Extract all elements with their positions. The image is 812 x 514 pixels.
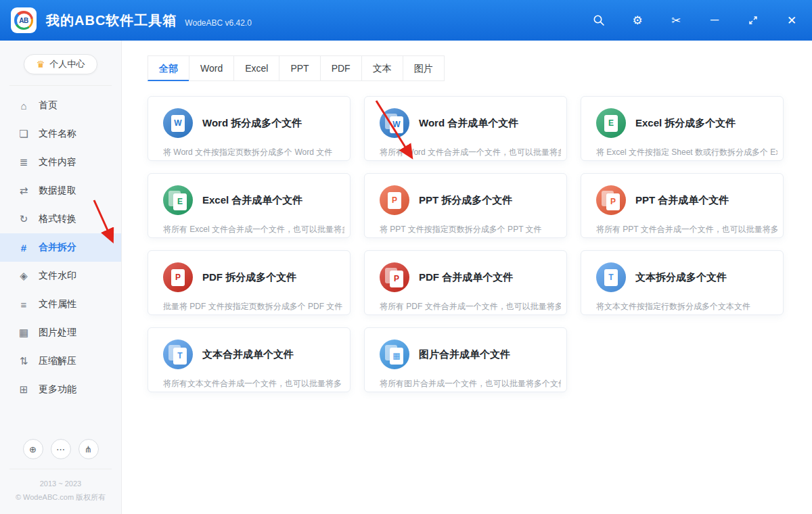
feedback-chat-icon[interactable]: ⋯	[51, 439, 71, 459]
tab-ppt[interactable]: PPT	[279, 55, 320, 81]
browser-icon[interactable]: ⊕	[23, 439, 43, 459]
card-pdf-merge[interactable]: P PDF 合并成单个文件 将所有 PDF 文件合并成一个文件，也可以批量将多	[364, 250, 567, 315]
card-title: PPT 拆分成多个文件	[419, 194, 512, 207]
card-title: 文本拆分成多个文件	[635, 271, 727, 284]
more-features-icon: ⊞	[18, 383, 30, 396]
card-description: 将所有图片合并成一个文件，也可以批量将多个文件	[380, 378, 561, 390]
card-description: 将文本文件按指定行数拆分成多个文本文件	[596, 301, 777, 312]
tab-text[interactable]: 文本	[361, 55, 403, 81]
share-icon[interactable]: ⋔	[78, 439, 99, 459]
sidebar-item-data-extract[interactable]: ⇄ 数据提取	[0, 177, 121, 205]
text-split-icon: T	[596, 262, 626, 292]
data-extract-icon: ⇄	[18, 185, 30, 197]
card-description: 将 Word 文件按指定页数拆分成多个 Word 文件	[163, 147, 344, 158]
logo-text: AB	[17, 14, 31, 28]
excel-merge-icon: E	[163, 185, 193, 215]
excel-split-icon: E	[596, 108, 626, 138]
sidebar-item-file-name[interactable]: ❏ 文件名称	[0, 120, 121, 148]
card-description: 将所有 PDF 文件合并成一个文件，也可以批量将多	[380, 301, 561, 312]
card-ppt-split[interactable]: P PPT 拆分成多个文件 将 PPT 文件按指定页数拆分成多个 PPT 文件	[364, 173, 567, 238]
titlebar: AB 我的ABC软件工具箱 WodeABC v6.42.0 ⚙ ✂ ─ ✕	[0, 0, 812, 41]
file-name-icon: ❏	[18, 128, 30, 140]
profile-section: ♛ 个人中心	[9, 41, 112, 86]
card-description: 将所有 Excel 文件合并成一个文件，也可以批量将多	[163, 224, 344, 235]
card-text-split[interactable]: T 文本拆分成多个文件 将文本文件按指定行数拆分成多个文本文件	[581, 250, 784, 315]
card-image-merge[interactable]: ▦ 图片合并成单个文件 将所有图片合并成一个文件，也可以批量将多个文件	[364, 327, 567, 392]
card-text-merge[interactable]: T 文本合并成单个文件 将所有文本文件合并成一个文件，也可以批量将多	[148, 327, 351, 392]
merge-split-icon: #	[18, 242, 30, 254]
card-pdf-split[interactable]: P PDF 拆分成多个文件 批量将 PDF 文件按指定页数拆分成多个 PDF 文…	[148, 250, 351, 315]
card-description: 将 PPT 文件按指定页数拆分成多个 PPT 文件	[380, 224, 561, 235]
sidebar-item-file-content[interactable]: ≣ 文件内容	[0, 148, 121, 177]
logo-ring: AB	[14, 11, 33, 30]
tab-pdf[interactable]: PDF	[320, 55, 362, 81]
tool-card-grid: W Word 拆分成多个文件 将 Word 文件按指定页数拆分成多个 Word …	[148, 96, 812, 392]
card-description: 将所有 PPT 文件合并成一个文件，也可以批量将多	[596, 224, 777, 235]
pdf-merge-icon: P	[380, 262, 409, 292]
tab-word[interactable]: Word	[189, 55, 234, 81]
footer-years: 2013 ~ 2023	[0, 477, 121, 491]
sidebar-item-label: 文件水印	[39, 270, 76, 282]
profile-center-button[interactable]: ♛ 个人中心	[24, 54, 98, 74]
sidebar-bottom: ⊕ ⋯ ⋔ 2013 ~ 2023 © WodeABC.com 版权所有	[0, 439, 121, 514]
sidebar-item-label: 文件属性	[39, 298, 76, 310]
sidebar-item-compress[interactable]: ⇅ 压缩解压	[0, 347, 121, 375]
card-title: Excel 拆分成多个文件	[635, 117, 736, 130]
sidebar-item-label: 合并拆分	[39, 241, 76, 254]
maximize-button[interactable]	[746, 15, 760, 26]
card-title: Word 拆分成多个文件	[202, 117, 302, 130]
sidebar-item-label: 图片处理	[39, 327, 76, 339]
minimize-button[interactable]: ─	[708, 14, 721, 27]
card-title: Word 合并成单个文件	[419, 117, 518, 130]
card-title: PPT 合并成单个文件	[635, 194, 729, 207]
sidebar-item-more[interactable]: ⊞ 更多功能	[0, 375, 121, 404]
word-merge-icon: W	[380, 108, 409, 138]
card-title: Excel 合并成单个文件	[202, 194, 302, 207]
sidebar-item-label: 文件内容	[39, 156, 76, 168]
scissors-icon[interactable]: ✂	[669, 14, 683, 28]
card-title: 文本合并成单个文件	[202, 348, 294, 361]
card-ppt-merge[interactable]: P PPT 合并成单个文件 将所有 PPT 文件合并成一个文件，也可以批量将多	[581, 173, 784, 238]
sidebar-item-format-convert[interactable]: ↻ 格式转换	[0, 205, 121, 233]
crown-icon: ♛	[37, 59, 45, 70]
sidebar-item-label: 首页	[39, 99, 58, 112]
file-content-icon: ≣	[18, 156, 30, 168]
image-merge-icon: ▦	[380, 340, 409, 369]
tab-all[interactable]: 全部	[148, 55, 189, 81]
sidebar: ♛ 个人中心 ⌂ 首页 ❏ 文件名称 ≣ 文件内容 ⇄ 数据提取 ↻	[0, 41, 122, 514]
ppt-merge-icon: P	[596, 185, 626, 215]
sidebar-item-image-process[interactable]: ▦ 图片处理	[0, 319, 121, 347]
card-excel-merge[interactable]: E Excel 合并成单个文件 将所有 Excel 文件合并成一个文件，也可以批…	[148, 173, 351, 238]
sidebar-item-label: 更多功能	[39, 383, 76, 396]
app-version: WodeABC v6.42.0	[185, 18, 252, 28]
main-content: 全部 Word Excel PPT PDF 文本 图片 W Word 拆分成多个…	[122, 41, 812, 514]
tab-excel[interactable]: Excel	[233, 55, 279, 81]
text-merge-icon: T	[163, 340, 193, 369]
card-excel-split[interactable]: E Excel 拆分成多个文件 将 Excel 文件按指定 Sheet 数或行数…	[581, 96, 784, 161]
footer-copyright: © WodeABC.com 版权所有	[0, 491, 121, 505]
sidebar-item-label: 数据提取	[39, 185, 76, 197]
titlebar-actions: ⚙ ✂ ─ ✕	[592, 14, 798, 28]
word-split-icon: W	[163, 108, 193, 138]
card-word-split[interactable]: W Word 拆分成多个文件 将 Word 文件按指定页数拆分成多个 Word …	[148, 96, 351, 161]
app-shell: ♛ 个人中心 ⌂ 首页 ❏ 文件名称 ≣ 文件内容 ⇄ 数据提取 ↻	[0, 41, 812, 514]
app-title: 我的ABC软件工具箱	[46, 11, 177, 30]
card-description: 将 Excel 文件按指定 Sheet 数或行数拆分成多个 Exc	[596, 147, 777, 158]
ppt-split-icon: P	[380, 185, 409, 215]
card-word-merge[interactable]: W Word 合并成单个文件 将所有 Word 文件合并成一个文件，也可以批量将…	[364, 96, 567, 161]
sidebar-item-label: 文件名称	[39, 128, 76, 140]
close-button[interactable]: ✕	[785, 14, 798, 28]
card-title: PDF 拆分成多个文件	[202, 271, 296, 284]
sidebar-item-home[interactable]: ⌂ 首页	[0, 91, 121, 120]
file-attrs-icon: ≡	[18, 299, 30, 310]
image-process-icon: ▦	[18, 327, 30, 339]
search-icon[interactable]	[592, 14, 606, 26]
sidebar-menu: ⌂ 首页 ❏ 文件名称 ≣ 文件内容 ⇄ 数据提取 ↻ 格式转换 # 合并拆分	[0, 86, 121, 439]
sidebar-item-label: 格式转换	[39, 213, 76, 225]
sidebar-item-merge-split[interactable]: # 合并拆分	[0, 233, 121, 262]
tab-image[interactable]: 图片	[403, 55, 445, 81]
settings-gear-icon[interactable]: ⚙	[631, 14, 644, 28]
sidebar-item-file-attrs[interactable]: ≡ 文件属性	[0, 290, 121, 319]
sidebar-item-watermark[interactable]: ◈ 文件水印	[0, 262, 121, 290]
profile-center-label: 个人中心	[49, 58, 85, 70]
